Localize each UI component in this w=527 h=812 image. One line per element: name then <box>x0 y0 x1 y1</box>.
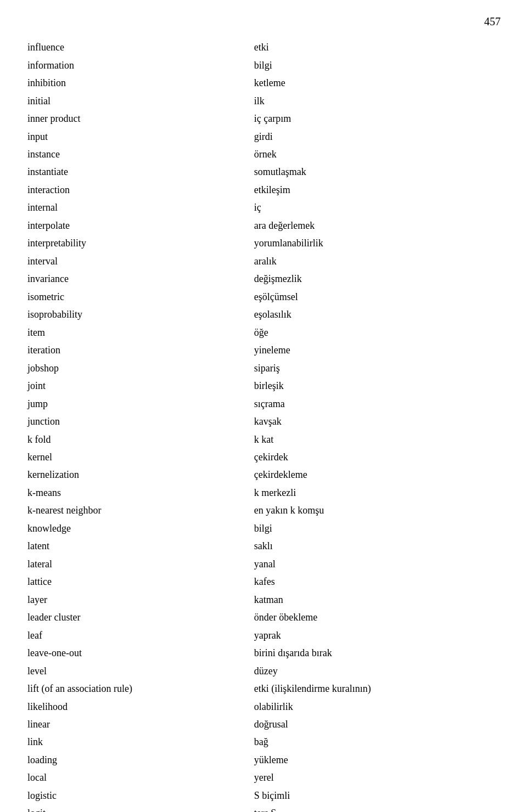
table-row: jumpsıçrama <box>27 394 500 412</box>
english-term: interaction <box>27 181 254 199</box>
page-number: 457 <box>484 15 501 28</box>
table-row: isometriceşölçümsel <box>27 288 500 306</box>
turkish-term: doğrusal <box>254 715 500 733</box>
english-term: input <box>27 127 254 145</box>
english-term: leave-one-out <box>27 644 254 662</box>
turkish-term: k kat <box>254 430 500 448</box>
english-term: jump <box>27 394 254 412</box>
english-term: lateral <box>27 555 254 573</box>
english-term: local <box>27 769 254 786</box>
table-row: instantiatesomutlaşmak <box>27 163 500 181</box>
turkish-term: eşölçümsel <box>254 288 500 306</box>
table-row: localyerel <box>27 769 500 786</box>
english-term: isoprobability <box>27 306 254 323</box>
turkish-term: S biçimli <box>254 787 500 804</box>
english-term: knowledge <box>27 520 254 537</box>
turkish-term: k merkezli <box>254 484 500 501</box>
table-row: jointbirleşik <box>27 377 500 394</box>
turkish-term: saklı <box>254 537 500 555</box>
table-row: inputgirdi <box>27 127 500 145</box>
turkish-term: etki (ilişkilendirme kuralının) <box>254 680 500 697</box>
table-row: leafyaprak <box>27 626 500 644</box>
table-row: latentsaklı <box>27 537 500 555</box>
english-term: information <box>27 56 254 74</box>
table-row: leader clusterönder öbekleme <box>27 608 500 626</box>
turkish-term: yorumlanabilirlik <box>254 234 500 252</box>
english-term: k fold <box>27 430 254 448</box>
table-row: latticekafes <box>27 573 500 590</box>
english-term: logistic <box>27 787 254 804</box>
turkish-term: iç çarpım <box>254 110 500 127</box>
table-row: leveldüzey <box>27 662 500 679</box>
table-row: linkbağ <box>27 733 500 751</box>
english-term: k-nearest neighbor <box>27 501 254 519</box>
turkish-term: önder öbekleme <box>254 608 500 626</box>
table-row: kernelizationçekirdekleme <box>27 466 500 483</box>
english-term: lift (of an association rule) <box>27 680 254 697</box>
english-term: isometric <box>27 288 254 306</box>
table-row: informationbilgi <box>27 56 500 74</box>
table-row: likelihoodolabilirlik <box>27 697 500 715</box>
english-term: loading <box>27 751 254 769</box>
turkish-term: eşolasılık <box>254 306 500 323</box>
turkish-term: örnek <box>254 145 500 163</box>
turkish-term: birleşik <box>254 377 500 394</box>
turkish-term: yanal <box>254 555 500 573</box>
english-term: instantiate <box>27 163 254 181</box>
table-row: leave-one-outbirini dışarıda bırak <box>27 644 500 662</box>
table-row: itemöğe <box>27 324 500 341</box>
turkish-term: en yakın k komşu <box>254 501 500 519</box>
english-term: kernel <box>27 448 254 466</box>
turkish-term: somutlaşmak <box>254 163 500 181</box>
table-row: influenceetki <box>27 38 500 56</box>
turkish-term: bağ <box>254 733 500 751</box>
table-row: interpolateara değerlemek <box>27 217 500 234</box>
turkish-term: ara değerlemek <box>254 217 500 234</box>
table-row: intervalaralık <box>27 252 500 270</box>
english-term: inhibition <box>27 74 254 92</box>
english-term: link <box>27 733 254 751</box>
english-term: item <box>27 324 254 341</box>
turkish-term: bilgi <box>254 520 500 537</box>
turkish-term: yükleme <box>254 751 500 769</box>
table-row: invariancedeğişmezlik <box>27 270 500 287</box>
english-term: instance <box>27 145 254 163</box>
english-term: leaf <box>27 626 254 644</box>
turkish-term: aralık <box>254 252 500 270</box>
english-term: iteration <box>27 341 254 359</box>
table-row: lineardoğrusal <box>27 715 500 733</box>
english-term: invariance <box>27 270 254 287</box>
turkish-term: yaprak <box>254 626 500 644</box>
turkish-term: çekirdekleme <box>254 466 500 483</box>
table-row: layerkatman <box>27 591 500 608</box>
turkish-term: ilk <box>254 92 500 109</box>
english-term: internal <box>27 199 254 216</box>
english-term: level <box>27 662 254 679</box>
english-term: kernelization <box>27 466 254 483</box>
turkish-term: ters S <box>254 804 500 812</box>
english-term: junction <box>27 413 254 430</box>
turkish-term: iç <box>254 199 500 216</box>
turkish-term: sipariş <box>254 359 500 376</box>
english-term: layer <box>27 591 254 608</box>
turkish-term: olabilirlik <box>254 697 500 715</box>
table-row: instanceörnek <box>27 145 500 163</box>
english-term: logit <box>27 804 254 812</box>
table-row: jobshopsipariş <box>27 359 500 376</box>
english-term: linear <box>27 715 254 733</box>
english-term: k-means <box>27 484 254 501</box>
english-term: interval <box>27 252 254 270</box>
table-row: iterationyineleme <box>27 341 500 359</box>
table-row: lateralyanal <box>27 555 500 573</box>
table-row: inhibitionketleme <box>27 74 500 92</box>
table-row: interactionetkileşim <box>27 181 500 199</box>
english-term: interpretability <box>27 234 254 252</box>
english-term: latent <box>27 537 254 555</box>
table-row: knowledgebilgi <box>27 520 500 537</box>
table-row: inner productiç çarpım <box>27 110 500 127</box>
english-term: initial <box>27 92 254 109</box>
table-row: loadingyükleme <box>27 751 500 769</box>
table-row: lift (of an association rule)etki (ilişk… <box>27 680 500 697</box>
turkish-term: sıçrama <box>254 394 500 412</box>
turkish-term: kafes <box>254 573 500 590</box>
